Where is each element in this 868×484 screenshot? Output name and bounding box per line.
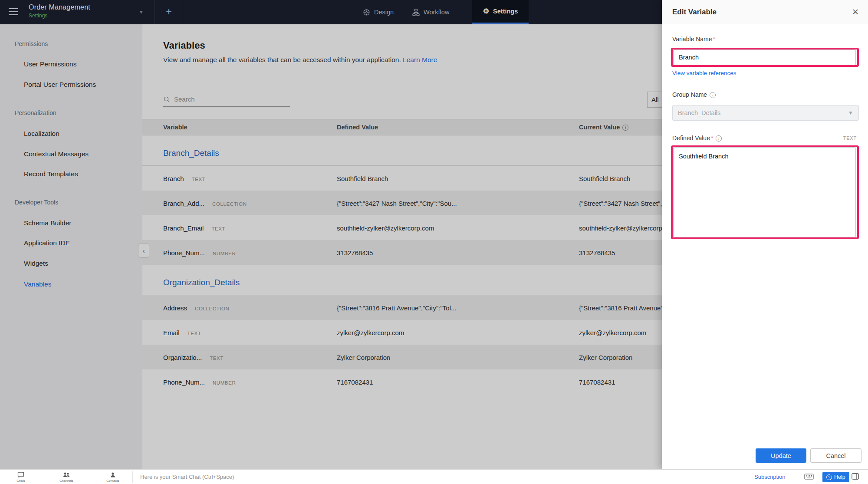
group-name-label: Group Namei <box>672 91 716 98</box>
modal-dim-overlay <box>0 0 662 469</box>
chats-button[interactable]: Chats <box>8 471 34 483</box>
subscription-link[interactable]: Subscription <box>754 474 786 480</box>
chevron-down-icon: ▼ <box>848 110 853 116</box>
info-icon: i <box>716 135 722 142</box>
edit-variable-panel: Edit Variable ✕ Variable Name* View vari… <box>662 0 868 469</box>
variable-name-input[interactable] <box>673 49 856 65</box>
required-asterisk: * <box>713 36 715 43</box>
defined-value-textarea[interactable]: Southfield Branch <box>673 147 856 237</box>
group-name-select[interactable]: Branch_Details ▼ <box>672 105 859 121</box>
help-button[interactable]: ? Help <box>822 472 849 482</box>
bottombar: Chats Channels Contacts Here is your Sma… <box>0 469 868 484</box>
contacts-label: Contacts <box>100 479 126 483</box>
panel-title: Edit Variable <box>672 8 717 16</box>
contacts-button[interactable]: Contacts <box>100 471 126 483</box>
channels-label: Channels <box>53 479 79 483</box>
channels-icon <box>63 471 70 478</box>
chat-bubble-icon <box>17 471 24 478</box>
variable-name-label: Variable Name* <box>672 36 715 43</box>
info-icon: i <box>710 92 716 98</box>
view-variable-references-link[interactable]: View variable references <box>672 70 736 76</box>
update-button[interactable]: Update <box>756 448 806 463</box>
channels-button[interactable]: Channels <box>53 471 79 483</box>
contacts-icon <box>109 471 116 478</box>
keyboard-shortcuts-icon[interactable] <box>804 473 814 482</box>
app-window: Order Management Settings ▾ + Design Wor… <box>0 0 868 484</box>
cancel-button[interactable]: Cancel <box>810 448 861 463</box>
defined-value-type-badge: TEXT <box>843 135 857 141</box>
side-panel-toggle-icon[interactable] <box>852 473 859 481</box>
defined-value-label: Defined Value*i <box>672 135 722 142</box>
required-asterisk: * <box>711 135 713 142</box>
help-label: Help <box>834 474 845 480</box>
chats-label: Chats <box>8 479 34 483</box>
panel-header: Edit Variable ✕ <box>662 0 868 24</box>
close-icon[interactable]: ✕ <box>850 7 861 18</box>
bottombar-divider <box>132 471 133 483</box>
smart-chat-input[interactable]: Here is your Smart Chat (Ctrl+Space) <box>140 474 234 480</box>
question-icon: ? <box>826 474 832 480</box>
